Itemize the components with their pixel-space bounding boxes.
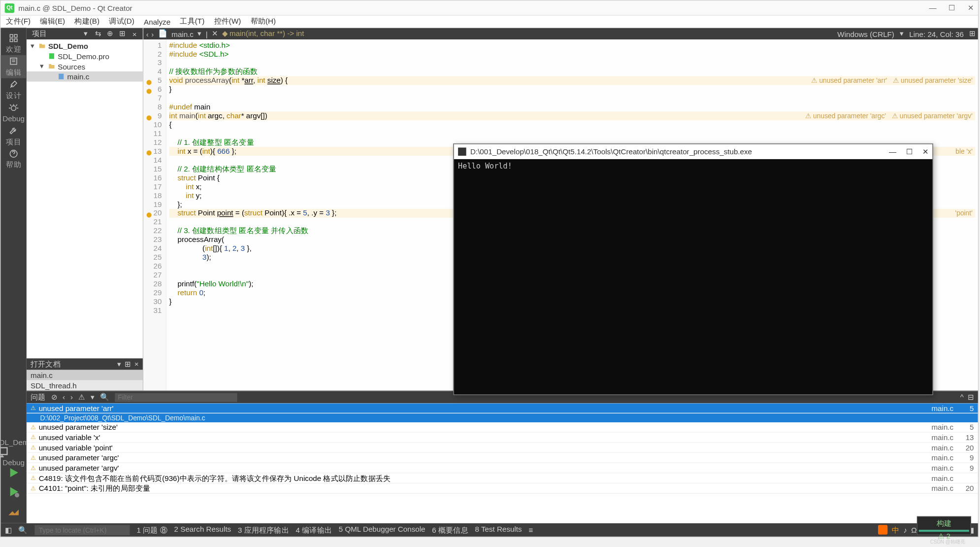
dropdown-icon[interactable]: ▾ <box>117 360 121 369</box>
svg-rect-2 <box>10 38 13 41</box>
issues-pane: 问题 ⊘ ‹ › ⚠ ▾ 🔍 ^ ⊟ ⚠unused parameter 'ar… <box>27 390 978 523</box>
qt-logo-icon: Qt <box>5 3 14 12</box>
filter-icon[interactable]: ▾ <box>91 393 95 402</box>
mode-wrench[interactable]: 项目 <box>0 125 26 148</box>
svg-rect-9 <box>49 53 54 59</box>
project-tree[interactable]: ▾SDL_DemoSDL_Demo.pro▾Sourcesmain.c <box>27 39 143 358</box>
output-pane-tab[interactable]: 5 QML Debugger Console <box>339 525 425 535</box>
svg-rect-1 <box>14 34 17 37</box>
mode-bug[interactable]: Debug <box>0 102 26 125</box>
minimize-button[interactable]: — <box>929 3 936 12</box>
expand-icon[interactable]: ^ <box>960 393 964 402</box>
issue-row[interactable]: ⚠unused variable 'point'main.c20 <box>27 443 978 453</box>
console-max-button[interactable]: ☐ <box>906 147 913 156</box>
output-pane-tab[interactable]: 3 应用程序输出 <box>238 525 289 535</box>
close-button[interactable]: ✕ <box>968 3 974 12</box>
menu-item[interactable]: 编辑(E) <box>40 16 65 27</box>
tree-item[interactable]: ▾Sources <box>27 61 143 71</box>
close-pane-icon[interactable]: ⊟ <box>968 393 974 402</box>
issue-row[interactable]: ⚠unused variable 'x'main.c13 <box>27 433 978 443</box>
project-header: 项目 ▾ ⇆ ⊕ ⊞ × <box>27 28 143 39</box>
console-output: Hello World! <box>454 159 933 173</box>
window-titlebar: Qt main.c @ SDL_Demo - Qt Creator — ☐ ✕ <box>0 0 978 15</box>
crumb-file[interactable]: main.c <box>171 30 194 38</box>
mode-design[interactable]: 设计 <box>0 78 26 102</box>
console-window[interactable]: D:\001_Develop\018_Qt\Qt\Qt5.14.2\Tools\… <box>453 143 933 395</box>
build-icon[interactable] <box>6 504 21 518</box>
console-close-button[interactable]: ✕ <box>922 147 928 156</box>
menu-item[interactable]: 工具(T) <box>180 16 204 27</box>
issue-row[interactable]: ⚠unused parameter 'argc'main.c9 <box>27 453 978 463</box>
window-title: main.c @ SDL_Demo - Qt Creator <box>18 4 929 12</box>
mode-edit[interactable]: 编辑 <box>0 55 26 78</box>
exe-icon <box>458 147 466 156</box>
next-icon[interactable]: › <box>70 393 73 402</box>
issues-title: 问题 <box>31 392 45 403</box>
prev-icon[interactable]: ‹ <box>63 393 65 402</box>
svg-rect-0 <box>10 34 13 37</box>
output-pane-tab[interactable]: 1 问题 ⑧ <box>136 525 167 535</box>
watermark: CSDN @韩曙亮 <box>930 539 965 546</box>
menubar: 文件(F)编辑(E)构建(B)调试(D)Analyze工具(T)控件(W)帮助(… <box>0 16 978 28</box>
split-icon[interactable]: ⊞ <box>118 29 127 38</box>
console-min-button[interactable]: — <box>889 147 896 156</box>
sidebar-toggle-icon[interactable]: ◧ <box>5 525 12 534</box>
split-editor-icon[interactable]: ⊞ <box>969 29 975 38</box>
open-doc-item[interactable]: SDL_thread.h <box>27 380 143 390</box>
mode-selector: 欢迎编辑设计Debug项目帮助 SDL_Demo Debug <box>0 28 26 523</box>
svg-rect-10 <box>59 74 64 79</box>
svg-point-5 <box>11 106 16 111</box>
monitor-icon <box>0 445 9 459</box>
close-icon[interactable]: × <box>134 360 139 369</box>
filter-input[interactable] <box>115 393 237 402</box>
fwd-button[interactable]: › <box>151 30 154 38</box>
link-icon[interactable]: ⊕ <box>106 29 114 38</box>
menu-item[interactable]: 控件(W) <box>214 16 241 27</box>
issue-row[interactable]: ⚠C4101: "point": 未引用的局部变量main.c20 <box>27 483 978 494</box>
tree-item[interactable]: ▾SDL_Demo <box>27 41 143 51</box>
crumb-func[interactable]: main(int, char **) -> int <box>229 29 304 37</box>
maximize-button[interactable]: ☐ <box>948 3 955 12</box>
locator-input[interactable] <box>34 525 130 535</box>
issue-row[interactable]: ⚠unused parameter 'argv'main.c9 <box>27 463 978 474</box>
svg-point-8 <box>15 493 19 497</box>
menu-item[interactable]: Analyze <box>144 17 170 26</box>
menu-item[interactable]: 构建(B) <box>74 16 99 27</box>
build-progress: 构建 ⚠ 2 <box>917 516 971 523</box>
close-doc-icon[interactable]: ✕ <box>212 29 218 38</box>
cursor-position: Line: 24, Col: 36 <box>909 30 964 38</box>
run-icon[interactable] <box>6 466 21 479</box>
menu-item[interactable]: 调试(D) <box>109 16 134 27</box>
issue-row[interactable]: ⚠C4819: 该文件包含不能在当前代码页(936)中表示的字符。请将该文件保存… <box>27 473 978 483</box>
mode-help[interactable]: 帮助 <box>0 147 26 171</box>
menu-item[interactable]: 文件(F) <box>6 16 31 27</box>
editor-toolbar: ‹ › 📄 main.c ▾ | ✕ ◆ main(int, char **) … <box>143 28 978 39</box>
open-doc-item[interactable]: main.c <box>27 370 143 380</box>
mode-grid[interactable]: 欢迎 <box>0 32 26 55</box>
issue-row[interactable]: ⚠unused parameter 'size'main.c5 <box>27 422 978 433</box>
close-panel-icon[interactable]: × <box>131 30 139 38</box>
split-icon[interactable]: ⊞ <box>125 360 131 369</box>
encoding-selector[interactable]: Windows (CRLF) <box>837 30 894 38</box>
file-type-icon: 📄 <box>158 29 167 38</box>
output-pane-tab[interactable]: 2 Search Results <box>174 525 231 535</box>
svg-rect-3 <box>14 38 17 41</box>
debug-run-icon[interactable] <box>6 485 21 499</box>
statusbar: ◧ 🔍 1 问题 ⑧2 Search Results3 应用程序输出4 编译输出… <box>0 523 978 537</box>
clear-icon[interactable]: ⊘ <box>51 393 57 402</box>
sync-icon[interactable]: ⇆ <box>94 29 102 38</box>
filter-icon[interactable]: ▾ <box>82 29 90 38</box>
back-button[interactable]: ‹ <box>146 30 149 38</box>
output-pane-tab[interactable]: 6 概要信息 <box>432 525 468 535</box>
console-title: D:\001_Develop\018_Qt\Qt\Qt5.14.2\Tools\… <box>470 147 752 156</box>
tree-item[interactable]: main.c <box>27 71 143 82</box>
menu-item[interactable]: 帮助(H) <box>251 16 276 27</box>
crumb-dropdown-icon[interactable]: ▾ <box>197 29 201 38</box>
warn-filter-icon[interactable]: ⚠ <box>78 393 85 402</box>
tree-item[interactable]: SDL_Demo.pro <box>27 51 143 62</box>
issue-row[interactable]: ⚠unused parameter 'arr'main.c5 <box>27 403 978 413</box>
output-pane-tab[interactable]: 8 Test Results <box>475 525 522 535</box>
svg-rect-7 <box>0 447 7 454</box>
output-pane-tab[interactable]: 4 编译输出 <box>296 525 332 535</box>
open-docs-list[interactable]: main.cSDL_thread.h <box>27 370 143 390</box>
